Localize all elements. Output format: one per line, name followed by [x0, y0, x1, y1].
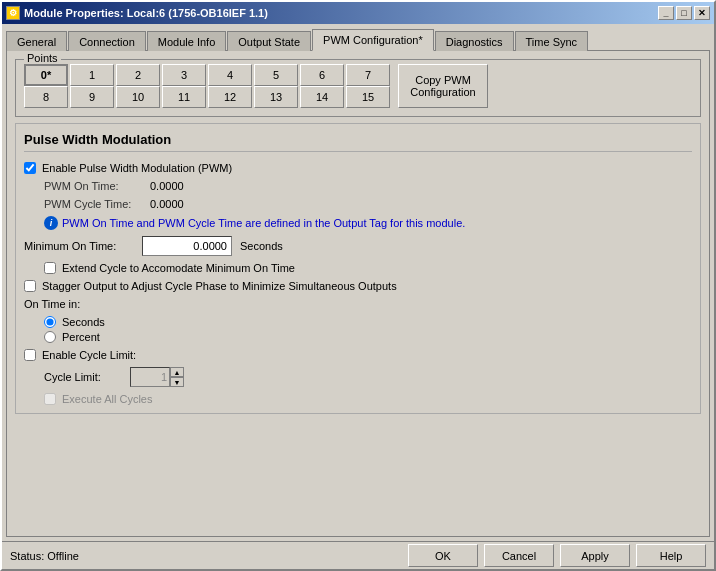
radio-percent-label: Percent [62, 331, 100, 343]
window-icon: ⚙ [6, 6, 20, 20]
enable-pwm-label: Enable Pulse Width Modulation (PWM) [42, 162, 232, 174]
main-panel: Points 0* 1 2 3 4 5 6 7 [6, 50, 710, 537]
info-text: PWM On Time and PWM Cycle Time are defin… [62, 217, 465, 229]
radio-seconds[interactable] [44, 316, 56, 328]
extend-cycle-row: Extend Cycle to Accomodate Minimum On Ti… [44, 262, 692, 274]
title-buttons: _ □ ✕ [658, 6, 710, 20]
point-9[interactable]: 9 [70, 86, 114, 108]
point-3[interactable]: 3 [162, 64, 206, 86]
extend-cycle-checkbox[interactable] [44, 262, 56, 274]
title-bar: ⚙ Module Properties: Local:6 (1756-OB16I… [2, 2, 714, 24]
on-time-in-label: On Time in: [24, 298, 692, 310]
pwm-on-time-label: PWM On Time: [44, 180, 144, 192]
status-text: Status: Offline [10, 550, 79, 562]
cycle-limit-row: Cycle Limit: ▲ ▼ [44, 367, 692, 387]
pwm-cycle-time-row: PWM Cycle Time: 0.0000 [44, 198, 692, 210]
tab-module-info[interactable]: Module Info [147, 31, 226, 51]
tab-connection[interactable]: Connection [68, 31, 146, 51]
status-value: Offline [47, 550, 79, 562]
status-buttons: OK Cancel Apply Help [408, 544, 706, 567]
stagger-label: Stagger Output to Adjust Cycle Phase to … [42, 280, 397, 292]
info-row: i PWM On Time and PWM Cycle Time are def… [44, 216, 692, 230]
point-4[interactable]: 4 [208, 64, 252, 86]
tab-general[interactable]: General [6, 31, 67, 51]
cycle-limit-input[interactable] [130, 367, 170, 387]
point-6[interactable]: 6 [300, 64, 344, 86]
min-on-time-input[interactable] [142, 236, 232, 256]
points-row-1: 0* 1 2 3 4 5 6 7 [24, 64, 390, 86]
execute-all-checkbox[interactable] [44, 393, 56, 405]
content-area: General Connection Module Info Output St… [2, 24, 714, 541]
radio-seconds-row: Seconds [44, 316, 692, 328]
radio-percent-row: Percent [44, 331, 692, 343]
enable-cycle-limit-checkbox[interactable] [24, 349, 36, 361]
tab-output-state[interactable]: Output State [227, 31, 311, 51]
cycle-limit-label: Cycle Limit: [44, 371, 124, 383]
point-12[interactable]: 12 [208, 86, 252, 108]
minimize-button[interactable]: _ [658, 6, 674, 20]
pwm-on-time-row: PWM On Time: 0.0000 [44, 180, 692, 192]
points-group: Points 0* 1 2 3 4 5 6 7 [15, 59, 701, 117]
tab-pwm-configuration[interactable]: PWM Configuration* [312, 29, 434, 51]
point-7[interactable]: 7 [346, 64, 390, 86]
maximize-button[interactable]: □ [676, 6, 692, 20]
radio-seconds-label: Seconds [62, 316, 105, 328]
stagger-checkbox[interactable] [24, 280, 36, 292]
min-on-time-label: Minimum On Time: [24, 240, 134, 252]
tabs-row: General Connection Module Info Output St… [6, 28, 710, 50]
help-button[interactable]: Help [636, 544, 706, 567]
on-time-in-label-text: On Time in: [24, 298, 80, 310]
spinner-up[interactable]: ▲ [170, 367, 184, 377]
point-15[interactable]: 15 [346, 86, 390, 108]
main-window: ⚙ Module Properties: Local:6 (1756-OB16I… [0, 0, 716, 571]
cycle-limit-spinner: ▲ ▼ [130, 367, 184, 387]
execute-all-label: Execute All Cycles [62, 393, 152, 405]
min-on-time-row: Minimum On Time: Seconds [24, 236, 692, 256]
window-title: Module Properties: Local:6 (1756-OB16IEF… [24, 7, 268, 19]
pwm-cycle-time-value: 0.0000 [150, 198, 184, 210]
point-2[interactable]: 2 [116, 64, 160, 86]
enable-cycle-limit-row: Enable Cycle Limit: [24, 349, 692, 361]
point-13[interactable]: 13 [254, 86, 298, 108]
copy-pwm-button[interactable]: Copy PWMConfiguration [398, 64, 488, 108]
enable-cycle-limit-label: Enable Cycle Limit: [42, 349, 136, 361]
info-icon: i [44, 216, 58, 230]
stagger-row: Stagger Output to Adjust Cycle Phase to … [24, 280, 692, 292]
radio-percent[interactable] [44, 331, 56, 343]
enable-pwm-row: Enable Pulse Width Modulation (PWM) [24, 162, 692, 174]
apply-button[interactable]: Apply [560, 544, 630, 567]
spinner-arrows: ▲ ▼ [170, 367, 184, 387]
status-bar: Status: Offline OK Cancel Apply Help [2, 541, 714, 569]
point-10[interactable]: 10 [116, 86, 160, 108]
pwm-on-time-value: 0.0000 [150, 180, 184, 192]
point-1[interactable]: 1 [70, 64, 114, 86]
point-14[interactable]: 14 [300, 86, 344, 108]
close-button[interactable]: ✕ [694, 6, 710, 20]
points-row-2: 8 9 10 11 12 13 14 15 [24, 86, 390, 108]
title-left: ⚙ Module Properties: Local:6 (1756-OB16I… [6, 6, 268, 20]
pwm-cycle-time-label: PWM Cycle Time: [44, 198, 144, 210]
pwm-section-title: Pulse Width Modulation [24, 132, 692, 152]
status-label: Status: [10, 550, 44, 562]
cancel-button[interactable]: Cancel [484, 544, 554, 567]
points-label: Points [24, 52, 61, 64]
points-inner: 0* 1 2 3 4 5 6 7 8 9 10 [24, 64, 692, 108]
extend-cycle-label: Extend Cycle to Accomodate Minimum On Ti… [62, 262, 295, 274]
spinner-down[interactable]: ▼ [170, 377, 184, 387]
points-grid: 0* 1 2 3 4 5 6 7 8 9 10 [24, 64, 390, 108]
min-on-time-units: Seconds [240, 240, 283, 252]
point-8[interactable]: 8 [24, 86, 68, 108]
tab-diagnostics[interactable]: Diagnostics [435, 31, 514, 51]
on-time-radio-group: Seconds Percent [44, 316, 692, 343]
point-11[interactable]: 11 [162, 86, 206, 108]
ok-button[interactable]: OK [408, 544, 478, 567]
point-0[interactable]: 0* [24, 64, 68, 86]
tab-time-sync[interactable]: Time Sync [515, 31, 589, 51]
execute-all-row: Execute All Cycles [44, 393, 692, 405]
enable-pwm-checkbox[interactable] [24, 162, 36, 174]
point-5[interactable]: 5 [254, 64, 298, 86]
pwm-section: Pulse Width Modulation Enable Pulse Widt… [15, 123, 701, 414]
